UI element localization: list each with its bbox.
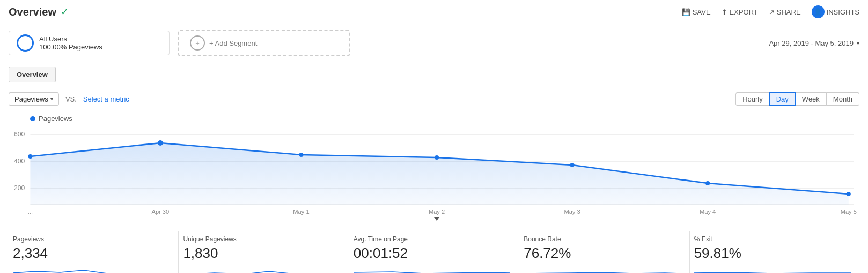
date-range-arrow: ▾ bbox=[857, 40, 859, 46]
share-label: SHARE bbox=[777, 8, 801, 16]
metric-dropdown-arrow: ▾ bbox=[50, 96, 53, 102]
data-point-6 bbox=[847, 192, 851, 196]
stat-pageviews-value: 2,334 bbox=[13, 245, 170, 262]
x-label-may2: May 2 bbox=[429, 209, 445, 215]
export-icon: ⬆ bbox=[722, 8, 727, 16]
save-button[interactable]: 💾 SAVE bbox=[682, 8, 711, 16]
tab-overview[interactable]: Overview bbox=[9, 67, 56, 82]
add-segment-icon: + bbox=[190, 35, 205, 51]
stat-pageviews-sparkline bbox=[13, 265, 170, 273]
data-point-2 bbox=[299, 153, 303, 157]
time-btn-week[interactable]: Week bbox=[795, 92, 827, 106]
time-btn-hourly[interactable]: Hourly bbox=[735, 92, 770, 106]
export-label: EXPORT bbox=[730, 8, 758, 16]
top-bar-left: Overview ✓ bbox=[9, 6, 69, 18]
add-segment-button[interactable]: + + Add Segment bbox=[178, 30, 350, 56]
check-icon: ✓ bbox=[61, 6, 69, 18]
stat-unique-pageviews: Unique Pageviews 1,830 bbox=[179, 231, 349, 273]
x-label-may5: May 5 bbox=[841, 209, 857, 215]
stat-avg-time: Avg. Time on Page 00:01:52 bbox=[349, 231, 519, 273]
stat-exit-label: % Exit bbox=[694, 235, 851, 243]
y-label-600: 600 bbox=[14, 131, 25, 138]
y-label-400: 400 bbox=[14, 157, 25, 165]
y-label-200: 200 bbox=[14, 184, 25, 192]
insights-icon: 👤 bbox=[812, 5, 825, 18]
share-button[interactable]: ↗ SHARE bbox=[769, 8, 801, 16]
top-bar: Overview ✓ 💾 SAVE ⬆ EXPORT ↗ SHARE 👤 INS… bbox=[0, 0, 868, 24]
vs-label: VS. bbox=[65, 95, 77, 103]
data-point-3 bbox=[435, 155, 439, 160]
add-segment-label: + Add Segment bbox=[209, 39, 257, 47]
metric-bar: Pageviews ▾ VS. Select a metric Hourly D… bbox=[0, 87, 868, 109]
stat-avg-time-sparkline bbox=[354, 265, 510, 273]
tab-bar: Overview bbox=[0, 62, 868, 87]
stat-avg-time-label: Avg. Time on Page bbox=[354, 235, 510, 243]
chart-area bbox=[30, 143, 848, 205]
chart-svg: 600 400 200 bbox=[9, 127, 859, 218]
stat-bounce-label: Bounce Rate bbox=[524, 235, 680, 243]
x-label-apr30: Apr 30 bbox=[151, 209, 169, 215]
segment-name: All Users bbox=[39, 35, 102, 43]
date-range-label: Apr 29, 2019 - May 5, 2019 bbox=[769, 39, 854, 47]
select-metric-link[interactable]: Select a metric bbox=[83, 95, 129, 103]
stat-avg-time-value: 00:01:52 bbox=[354, 245, 510, 262]
stats-row: Pageviews 2,334 Unique Pageviews 1,830 A… bbox=[0, 222, 868, 273]
date-range-picker[interactable]: Apr 29, 2019 - May 5, 2019 ▾ bbox=[769, 39, 859, 47]
insights-button[interactable]: 👤 INSIGHTS bbox=[812, 5, 859, 18]
stat-exit: % Exit 59.81% bbox=[690, 231, 859, 273]
chart-container: Pageviews 600 400 200 bbox=[0, 109, 868, 220]
segment-text: All Users 100.00% Pageviews bbox=[39, 35, 102, 51]
data-point-0 bbox=[28, 154, 32, 159]
stat-unique-label: Unique Pageviews bbox=[183, 235, 340, 243]
all-users-segment[interactable]: All Users 100.00% Pageviews bbox=[9, 31, 170, 55]
stat-bounce-sparkline bbox=[524, 265, 680, 273]
save-label: SAVE bbox=[693, 8, 711, 16]
stat-unique-sparkline bbox=[183, 265, 340, 273]
chart-svg-wrap: 600 400 200 bbox=[9, 127, 859, 220]
save-icon: 💾 bbox=[682, 8, 690, 16]
stat-unique-value: 1,830 bbox=[183, 245, 340, 262]
segment-bar: All Users 100.00% Pageviews + + Add Segm… bbox=[0, 24, 868, 62]
page-title: Overview bbox=[9, 6, 56, 18]
stat-exit-value: 59.81% bbox=[694, 245, 851, 262]
data-point-5 bbox=[705, 181, 710, 185]
tab-overview-label: Overview bbox=[17, 70, 48, 78]
data-point-4 bbox=[570, 163, 575, 167]
x-label-may1: May 1 bbox=[293, 209, 309, 215]
stat-pageviews: Pageviews 2,334 bbox=[9, 231, 179, 273]
segment-circle bbox=[17, 34, 34, 52]
x-label-0: ... bbox=[28, 209, 33, 215]
legend-dot bbox=[30, 116, 35, 121]
chart-legend: Pageviews bbox=[9, 112, 859, 127]
time-btn-day[interactable]: Day bbox=[769, 92, 796, 106]
segment-sub: 100.00% Pageviews bbox=[39, 43, 102, 51]
insights-label: INSIGHTS bbox=[827, 8, 859, 16]
stat-bounce-rate: Bounce Rate 76.72% bbox=[519, 231, 689, 273]
stat-bounce-value: 76.72% bbox=[524, 245, 680, 262]
legend-label: Pageviews bbox=[39, 114, 72, 123]
metric-dropdown[interactable]: Pageviews ▾ bbox=[9, 92, 59, 106]
share-icon: ↗ bbox=[769, 8, 775, 16]
x-label-may3: May 3 bbox=[564, 209, 580, 215]
x-label-may4: May 4 bbox=[700, 209, 716, 215]
top-bar-actions: 💾 SAVE ⬆ EXPORT ↗ SHARE 👤 INSIGHTS bbox=[682, 5, 859, 18]
export-button[interactable]: ⬆ EXPORT bbox=[722, 8, 758, 16]
data-point-1 bbox=[158, 140, 163, 146]
stat-exit-sparkline bbox=[694, 265, 851, 273]
tooltip-arrow bbox=[434, 217, 439, 221]
time-period-buttons: Hourly Day Week Month bbox=[736, 92, 859, 106]
metric-label: Pageviews bbox=[14, 95, 48, 103]
stat-pageviews-label: Pageviews bbox=[13, 235, 170, 243]
time-btn-month[interactable]: Month bbox=[826, 92, 859, 106]
